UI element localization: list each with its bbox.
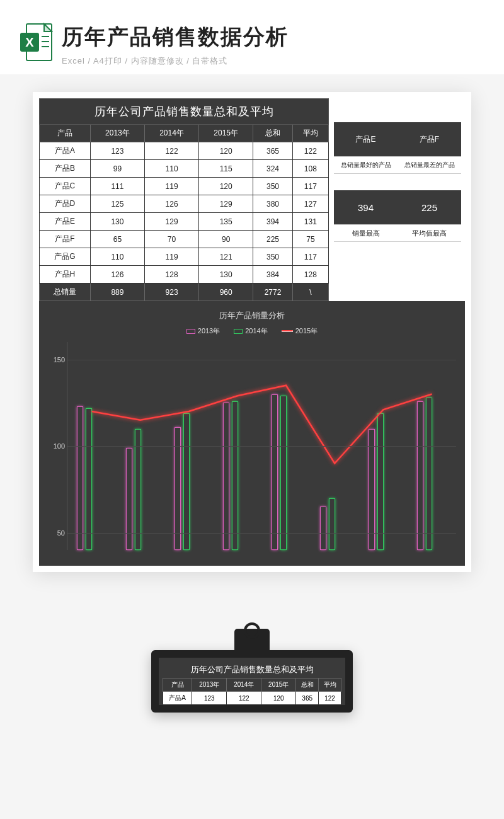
table-row: 产品A123122120365122 [40,142,329,160]
y-axis-tick: 50 [49,529,65,537]
chart-plot: 50100150 [67,342,456,550]
thumb-header-cell: 2014年 [227,679,261,692]
worst-product-label: 总销量最差的产品 [398,156,461,174]
table-cell: 产品C [40,178,91,195]
table-cell: 99 [90,160,144,178]
sales-table: 历年公司产品销售数量总和及平均 产品2013年2014年2015年总和平均 产品… [39,98,329,301]
best-product-label: 总销量最好的产品 [334,156,398,174]
table-cell: 产品B [40,160,91,178]
legend-2015: 2015年 [295,326,318,336]
legend-2013: 2013年 [198,326,220,336]
max-sum-label: 销量最高 [334,224,398,242]
table-cell: 75 [292,231,328,248]
y-axis-tick: 150 [49,356,65,364]
page-subtitle: Excel / A4打印 / 内容随意修改 / 自带格式 [62,55,485,67]
table-cell: 129 [199,195,253,213]
thumb-header-cell: 产品 [163,679,192,692]
min-sum-value: 225 [398,190,461,224]
table-header-cell: 产品 [40,125,91,142]
table-title: 历年公司产品销售数量总和及平均 [40,99,329,125]
table-cell: 110 [144,160,198,178]
table-cell: 131 [292,213,328,231]
table-row: 产品F65709022575 [40,231,329,248]
table-cell: 130 [199,266,253,284]
total-cell: 960 [199,284,253,301]
table-cell: 产品F [40,231,91,248]
legend-2014: 2014年 [245,326,267,336]
total-cell: 889 [90,284,144,301]
total-cell: 923 [144,284,198,301]
table-cell: 350 [253,178,292,195]
excel-icon: X [19,23,53,62]
line-2015 [92,386,432,464]
table-cell: 130 [90,213,144,231]
sheet-card: 历年公司产品销售数量总和及平均 产品2013年2014年2015年总和平均 产品… [33,92,471,572]
thumb-cell: 产品A [163,692,192,705]
worst-product-value: 产品F [398,122,461,156]
thumb-table: 产品2013年2014年2015年总和平均 产品A123122120365122 [163,678,341,705]
thumb-header-cell: 总和 [296,679,319,692]
table-cell: 394 [253,213,292,231]
thumb-header-cell: 2015年 [261,679,296,692]
table-cell: 384 [253,266,292,284]
table-cell: 108 [292,160,328,178]
table-header-cell: 总和 [253,125,292,142]
avg-max-label: 平均值最高 [398,224,461,242]
best-product-value: 产品E [334,122,398,156]
side-summary-panel: 产品E 产品F 总销量最好的产品 总销量最差的产品 394 225 销量最高 平… [329,98,461,301]
y-axis-tick: 100 [49,442,65,450]
table-cell: 70 [144,231,198,248]
table-header-cell: 平均 [292,125,328,142]
table-cell: 126 [90,266,144,284]
table-row: 产品E130129135394131 [40,213,329,231]
table-header-cell: 2015年 [199,125,253,142]
table-row: 产品H126128130384128 [40,266,329,284]
thumb-cell: 365 [296,692,319,705]
table-cell: 115 [199,160,253,178]
thumb-cell: 122 [319,692,341,705]
table-cell: 135 [199,213,253,231]
table-header-cell: 2013年 [90,125,144,142]
max-sum-value: 394 [334,190,398,224]
thumb-header-cell: 平均 [319,679,341,692]
table-cell: 120 [199,142,253,160]
table-cell: 365 [253,142,292,160]
table-cell: 129 [144,213,198,231]
total-cell: \ [292,284,328,301]
table-cell: 111 [90,178,144,195]
thumb-cell: 123 [192,692,227,705]
table-row: 产品C111119120350117 [40,178,329,195]
table-cell: 产品A [40,142,91,160]
table-cell: 119 [144,178,198,195]
table-cell: 122 [292,142,328,160]
table-cell: 225 [253,231,292,248]
table-cell: 126 [144,195,198,213]
thumb-header-cell: 2013年 [192,679,227,692]
table-cell: 324 [253,160,292,178]
chart-legend: 2013年 2014年 2015年 [48,326,456,336]
thumb-cell: 122 [227,692,261,705]
table-cell: 117 [292,248,328,266]
table-cell: 350 [253,248,292,266]
clipboard-clip-icon [234,629,270,650]
table-cell: 119 [144,248,198,266]
table-row: 产品D125126129380127 [40,195,329,213]
table-cell: 90 [199,231,253,248]
table-cell: 123 [90,142,144,160]
thumb-title: 历年公司产品销售数量总和及平均 [163,662,341,678]
svg-text:X: X [25,35,34,49]
table-cell: 110 [90,248,144,266]
chart-area: 历年产品销量分析 2013年 2014年 2015年 50100150 [39,301,465,566]
total-cell: 总销量 [40,284,91,301]
table-cell: 121 [199,248,253,266]
table-cell: 产品G [40,248,91,266]
table-cell: 65 [90,231,144,248]
table-cell: 117 [292,178,328,195]
thumbnail-preview: 历年公司产品销售数量总和及平均 产品2013年2014年2015年总和平均 产品… [151,629,353,713]
table-cell: 120 [199,178,253,195]
table-header-cell: 2014年 [144,125,198,142]
page-header: X 历年产品销售数据分析 Excel / A4打印 / 内容随意修改 / 自带格… [0,0,504,74]
table-cell: 产品E [40,213,91,231]
table-cell: 127 [292,195,328,213]
table-cell: 380 [253,195,292,213]
